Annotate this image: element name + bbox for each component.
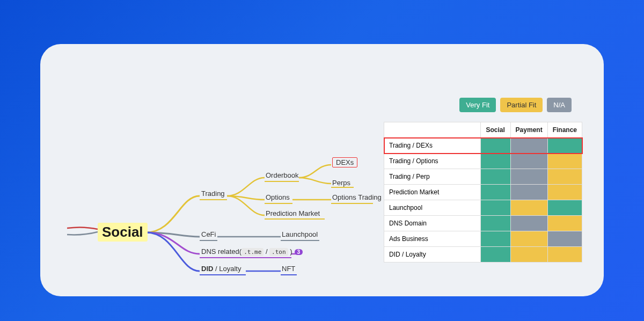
fit-cell: [510, 138, 547, 154]
fit-cell: [480, 185, 510, 200]
fit-table: Social Payment Finance Trading / DEXsTra…: [384, 122, 582, 262]
legend-veryfit: Very Fit: [459, 98, 496, 112]
table-row: DNS Domain: [384, 216, 582, 231]
fit-cell: [510, 154, 547, 169]
node-perps[interactable]: Perps: [332, 179, 350, 187]
table-row: Prediction Market: [384, 185, 582, 200]
header-blank: [384, 122, 481, 138]
node-launchpool[interactable]: Launchpool: [282, 230, 318, 238]
fit-cell: [510, 231, 547, 247]
legend: Very Fit Partial Fit N/A: [384, 98, 582, 112]
row-label: Trading / DEXs: [384, 138, 481, 154]
header-finance: Finance: [547, 122, 582, 138]
row-label: DID / Loyalty: [384, 247, 481, 262]
fit-cell: [547, 247, 582, 262]
dns-badge: 3: [295, 249, 303, 255]
fit-cell: [480, 169, 510, 185]
mindmap: Social Trading Orderbook DEXs Perps Opti…: [67, 127, 373, 283]
fit-cell: [510, 169, 547, 185]
fit-cell: [510, 185, 547, 200]
dns-close: ): [288, 247, 292, 256]
fit-cell: [480, 138, 510, 154]
table-row: Trading / DEXs: [384, 138, 582, 154]
node-options-trading[interactable]: Options Trading: [332, 193, 382, 201]
node-prediction[interactable]: Prediction Market: [266, 209, 320, 217]
table-row: Ads Business: [384, 231, 582, 247]
node-dexs[interactable]: DEXs: [332, 157, 357, 167]
fit-cell: [480, 247, 510, 262]
legend-na: N/A: [547, 98, 572, 112]
fit-cell: [547, 200, 582, 216]
fit-cell: [480, 231, 510, 247]
did-rest: / Loyalty: [213, 265, 241, 273]
node-cefi[interactable]: CeFi: [201, 230, 216, 238]
fit-cell: [547, 231, 582, 247]
fit-cell: [480, 216, 510, 231]
row-label: DNS Domain: [384, 216, 481, 231]
fit-cell: [510, 200, 547, 216]
fit-cell: [480, 200, 510, 216]
fit-cell: [547, 185, 582, 200]
fit-cell: [547, 138, 582, 154]
fit-cell: [480, 154, 510, 169]
did-prefix: DID: [201, 265, 213, 273]
fit-cell: [547, 216, 582, 231]
node-trading[interactable]: Trading: [201, 189, 225, 198]
row-label: Launchpool: [384, 200, 481, 216]
dns-sep: /: [264, 247, 269, 256]
fit-matrix: Very Fit Partial Fit N/A Social Payment …: [384, 98, 582, 262]
header-social: Social: [480, 122, 510, 138]
node-dns[interactable]: DNS related(.t.me / .ton )3: [201, 247, 303, 256]
fit-cell: [547, 154, 582, 169]
fit-cell: [547, 169, 582, 185]
row-label: Ads Business: [384, 231, 481, 247]
content-card: Social Trading Orderbook DEXs Perps Opti…: [40, 44, 604, 296]
dns-code-ton: .ton: [269, 248, 288, 256]
table-row: DID / Loyalty: [384, 247, 582, 262]
row-label: Trading / Perp: [384, 169, 481, 185]
row-label: Trading / Options: [384, 154, 481, 169]
legend-partial: Partial Fit: [500, 98, 543, 112]
node-did[interactable]: DID / Loyalty: [201, 265, 241, 273]
root-node[interactable]: Social: [98, 223, 148, 242]
table-row: Trading / Options: [384, 154, 582, 169]
table-row: Trading / Perp: [384, 169, 582, 185]
table-row: Launchpool: [384, 200, 582, 216]
header-payment: Payment: [510, 122, 547, 138]
fit-cell: [510, 247, 547, 262]
dns-code-tme: .t.me: [241, 248, 264, 256]
fit-cell: [510, 216, 547, 231]
node-nft[interactable]: NFT: [282, 265, 295, 273]
row-label: Prediction Market: [384, 185, 481, 200]
node-orderbook[interactable]: Orderbook: [266, 171, 298, 179]
dns-label: DNS related(: [201, 247, 241, 256]
node-options[interactable]: Options: [266, 193, 290, 201]
